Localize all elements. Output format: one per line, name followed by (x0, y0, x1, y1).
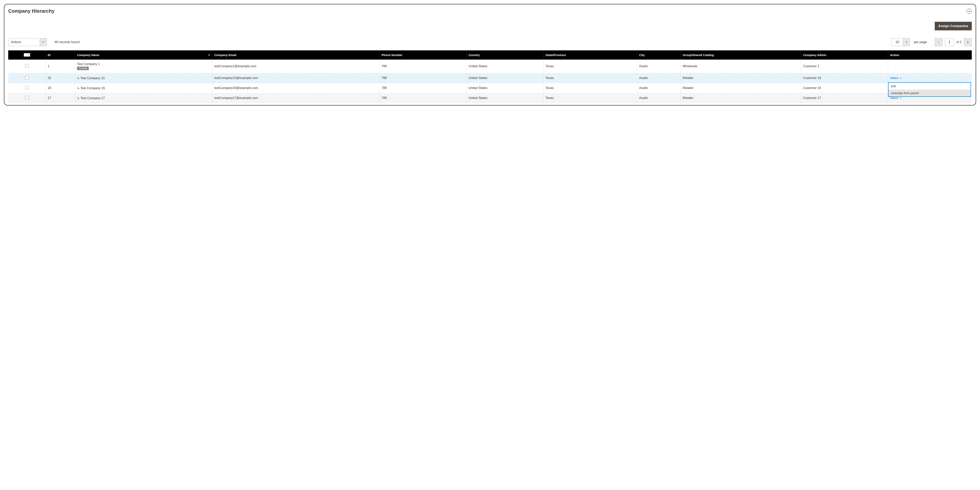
current-badge: Current (77, 67, 89, 70)
pager: of 2 (935, 38, 972, 46)
col-header-checkbox[interactable] (8, 50, 46, 60)
select-all-dropdown[interactable] (27, 54, 30, 56)
col-header-id[interactable]: ID (46, 50, 75, 60)
cell-state: Texas (544, 60, 637, 73)
sort-desc-icon (206, 53, 210, 57)
company-name-text: Test Company 1 (77, 62, 100, 66)
cell-id: 15 (46, 73, 75, 83)
prev-page-button[interactable] (935, 38, 943, 46)
table-row: 17↳Test Company 17testCompany17@example.… (8, 93, 972, 103)
caret-down-icon (899, 97, 901, 99)
cell-company-name: ↳Test Company 17 (75, 93, 212, 103)
col-header-company-email[interactable]: Company Email (212, 50, 379, 60)
grid-header-row: ID Company Name Company Email Phone Numb… (8, 50, 972, 60)
cell-company-name: ↳Test Company 16 (75, 83, 212, 93)
cell-phone: 789 (380, 83, 467, 93)
assign-row: Assign Companies (8, 22, 972, 30)
col-header-company-name[interactable]: Company Name (75, 50, 212, 60)
cell-country: United States (466, 93, 544, 103)
select-all-checkbox[interactable] (24, 54, 27, 56)
cell-action (888, 60, 972, 73)
child-arrow-icon: ↳ (77, 96, 80, 100)
cell-city: Austin (637, 93, 681, 103)
menu-item-edit[interactable]: Edit (888, 83, 970, 89)
cell-phone: 789 (380, 73, 467, 83)
caret-down-icon (28, 54, 29, 56)
company-name-text: Test Company 17 (80, 96, 105, 100)
cell-state: Texas (544, 73, 637, 83)
col-header-city[interactable]: City (637, 50, 681, 60)
child-arrow-icon: ↳ (77, 76, 80, 80)
cell-group: Retailer (681, 83, 801, 93)
row-action-menu: Edit Unassign from parent (888, 82, 971, 97)
cell-city: Austin (637, 73, 681, 83)
cell-admin: Customer 17 (801, 93, 888, 103)
company-grid: ID Company Name Company Email Phone Numb… (8, 50, 972, 103)
company-name-text: Test Company 15 (80, 76, 105, 80)
cell-group: Retailer (681, 73, 801, 83)
cell-state: Texas (544, 83, 637, 93)
col-header-state[interactable]: State/Province (544, 50, 637, 60)
grid-wrapper: ID Company Name Company Email Phone Numb… (8, 50, 972, 103)
panel-title: Company Hierarchy (8, 8, 54, 14)
assign-companies-button[interactable]: Assign Companies (935, 22, 972, 30)
cell-company-name: Test Company 1Current (75, 60, 212, 73)
cell-email: testCompany15@example.com (212, 73, 379, 83)
table-row: 15↳Test Company 15testCompany15@example.… (8, 73, 972, 83)
caret-down-icon (40, 38, 46, 46)
caret-down-icon (903, 38, 910, 46)
current-page-input[interactable] (945, 38, 954, 46)
cell-phone: 789 (380, 60, 467, 73)
panel-header: Company Hierarchy (8, 8, 972, 14)
cell-id: 17 (46, 93, 75, 103)
cell-admin: Customer 16 (801, 83, 888, 93)
page-size-value: 20 (892, 38, 903, 46)
col-header-country[interactable]: Country (466, 50, 544, 60)
row-checkbox[interactable] (25, 86, 29, 89)
bulk-actions-select[interactable]: Actions (8, 38, 47, 46)
row-checkbox[interactable] (25, 96, 29, 99)
cell-phone: 789 (380, 93, 467, 103)
select-link-text: Select (890, 76, 898, 80)
cell-country: United States (466, 73, 544, 83)
chevron-right-icon (967, 41, 969, 43)
per-page-label: per page (914, 40, 927, 44)
page-size-select[interactable]: 20 (891, 38, 910, 46)
page-total-label: of 2 (956, 40, 962, 44)
cell-city: Austin (637, 60, 681, 73)
cell-email: testCompany1@example.com (212, 60, 379, 73)
cell-id: 1 (46, 60, 75, 73)
child-arrow-icon: ↳ (77, 86, 80, 90)
col-header-group[interactable]: Group/Shared Catalog (681, 50, 801, 60)
cell-action: Select (888, 73, 972, 83)
table-row: 1Test Company 1CurrenttestCompany1@examp… (8, 60, 972, 73)
cell-admin: Customer 15 (801, 73, 888, 83)
cell-email: testCompany16@example.com (212, 83, 379, 93)
cell-city: Austin (637, 83, 681, 93)
table-row: 16↳Test Company 16testCompany16@example.… (8, 83, 972, 93)
row-action-select[interactable]: Select (890, 76, 901, 80)
cell-email: testCompany17@example.com (212, 93, 379, 103)
company-hierarchy-panel: Company Hierarchy Assign Companies Actio… (4, 4, 976, 105)
cell-state: Texas (544, 93, 637, 103)
col-header-admin[interactable]: Company Admin (801, 50, 888, 60)
records-found-label: 40 records found (54, 40, 80, 44)
chevron-up-icon (968, 10, 970, 12)
chevron-left-icon (938, 41, 940, 43)
col-header-action[interactable]: Action (888, 50, 972, 60)
company-name-text: Test Company 16 (80, 86, 105, 90)
collapse-toggle[interactable] (967, 9, 972, 14)
bulk-actions-label: Actions (8, 38, 40, 46)
cell-country: United States (466, 60, 544, 73)
row-checkbox[interactable] (25, 76, 29, 80)
cell-group: Wholesale (681, 60, 801, 73)
grid-toolbar: Actions 40 records found 20 per page of … (8, 38, 972, 46)
cell-country: United States (466, 83, 544, 93)
caret-up-icon (899, 77, 901, 79)
next-page-button[interactable] (964, 38, 972, 46)
cell-group: Retailer (681, 93, 801, 103)
col-header-phone[interactable]: Phone Number (380, 50, 467, 60)
cell-company-name: ↳Test Company 15 (75, 73, 212, 83)
menu-item-unassign[interactable]: Unassign from parent (888, 89, 970, 96)
row-checkbox[interactable] (25, 64, 29, 68)
